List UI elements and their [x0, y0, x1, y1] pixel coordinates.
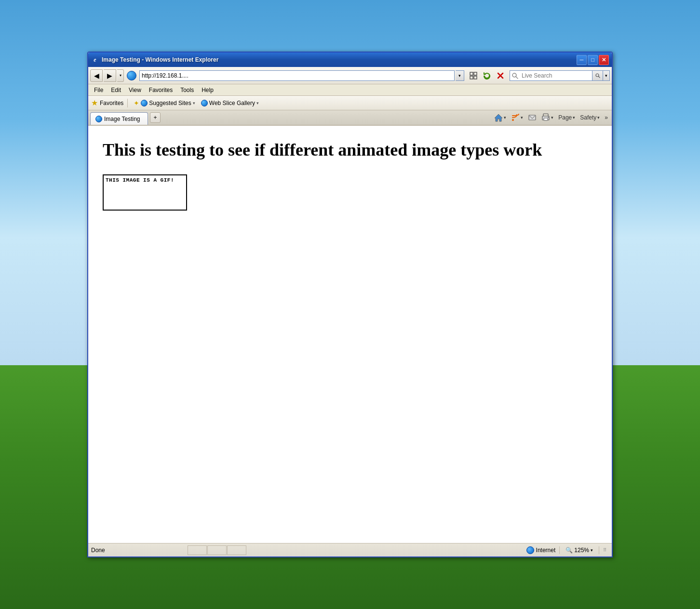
gif-image: THIS IMAGE IS A GIF!: [103, 174, 187, 211]
minimize-button[interactable]: ─: [577, 55, 587, 65]
new-tab-button[interactable]: +: [150, 112, 161, 123]
internet-globe-icon: [526, 546, 534, 554]
internet-label: Internet: [536, 547, 556, 554]
print-button[interactable]: ▾: [539, 112, 555, 123]
navigation-bar: ◀ ▶ ▾ ▾: [88, 67, 612, 84]
menu-bar: File Edit View Favorites Tools Help: [88, 84, 612, 96]
resize-grip: ⠿: [603, 547, 609, 553]
favorites-star-icon: ★: [91, 98, 98, 107]
svg-rect-1: [474, 72, 477, 75]
menu-edit[interactable]: Edit: [107, 86, 125, 94]
web-slice-icon: [201, 100, 208, 106]
feeds-button[interactable]: ▾: [509, 112, 525, 123]
back-button[interactable]: ◀: [90, 69, 103, 82]
suggested-sites-label: Suggested Sites: [149, 100, 191, 106]
tab-image-testing[interactable]: Image Testing: [90, 112, 148, 125]
menu-favorites[interactable]: Favorites: [145, 86, 176, 94]
svg-point-16: [548, 117, 549, 118]
search-icon: [512, 72, 518, 79]
menu-tools[interactable]: Tools: [176, 86, 198, 94]
svg-rect-0: [470, 72, 473, 75]
status-right: Internet 🔍 125% ▾ ⠿: [526, 546, 609, 554]
feeds-dropdown[interactable]: ▾: [521, 115, 523, 120]
ie-title-icon: e: [91, 56, 99, 64]
title-bar-left: e Image Testing - Windows Internet Explo…: [91, 56, 218, 64]
print-dropdown[interactable]: ▾: [551, 115, 553, 120]
nav-icons: [467, 69, 507, 82]
more-tools-button[interactable]: »: [603, 113, 610, 122]
suggested-sites-item[interactable]: ✦ Suggested Sites ▾: [132, 98, 197, 108]
nav-history-dropdown[interactable]: ▾: [117, 69, 124, 82]
favorites-label[interactable]: Favorites: [100, 100, 123, 106]
status-seg-3: [227, 545, 246, 555]
suggested-sites-dropdown-icon[interactable]: ▾: [193, 101, 195, 106]
safety-dropdown-icon[interactable]: ▾: [597, 115, 600, 120]
status-segments: [188, 545, 526, 555]
web-slice-gallery-item[interactable]: Web Slice Gallery ▾: [199, 99, 261, 107]
browser-window: e Image Testing - Windows Internet Explo…: [87, 52, 613, 557]
web-slice-gallery-label: Web Slice Gallery: [209, 100, 255, 106]
status-sep-2: [599, 546, 599, 554]
maximize-button[interactable]: □: [588, 55, 598, 65]
web-slice-dropdown-icon[interactable]: ▾: [256, 101, 259, 106]
stop-button[interactable]: [494, 69, 507, 82]
page-heading: This is testing to see if different anim…: [103, 140, 597, 160]
window-title: Image Testing - Windows Internet Explore…: [102, 56, 218, 63]
page-label: Page: [558, 114, 572, 121]
svg-rect-3: [474, 76, 477, 79]
status-text: Done: [91, 547, 188, 554]
favorites-bar: ★ Favorites ✦ Suggested Sites ▾ Web Slic…: [88, 96, 612, 110]
tab-favicon: [95, 116, 102, 122]
tab-bar: Image Testing + ▾ ▾: [88, 110, 612, 126]
suggested-sites-icon: [141, 100, 148, 106]
zoom-icon: 🔍: [565, 547, 573, 554]
ie-logo: [127, 71, 136, 80]
forward-button[interactable]: ▶: [104, 69, 116, 82]
search-input[interactable]: [520, 71, 592, 80]
status-sep-1: [559, 546, 560, 554]
svg-rect-15: [544, 118, 548, 120]
more-tools-label: »: [605, 114, 608, 121]
internet-status: Internet: [526, 546, 556, 554]
status-seg-1: [188, 545, 207, 555]
safety-label: Safety: [580, 114, 596, 121]
content-area: This is testing to see if different anim…: [88, 126, 612, 543]
search-button[interactable]: [592, 70, 603, 81]
menu-file[interactable]: File: [90, 86, 107, 94]
address-bar[interactable]: [139, 70, 455, 81]
svg-point-11: [512, 119, 514, 121]
zoom-level: 125%: [574, 547, 589, 554]
favorites-separator: [127, 99, 128, 107]
window-controls: ─ □ ✕: [577, 55, 609, 65]
svg-line-7: [516, 77, 518, 79]
tab-label: Image Testing: [104, 116, 140, 122]
svg-rect-2: [470, 76, 473, 79]
page-menu[interactable]: Page ▾: [556, 113, 577, 122]
status-seg-2: [207, 545, 227, 555]
title-bar: e Image Testing - Windows Internet Explo…: [88, 53, 612, 67]
page-dropdown-icon[interactable]: ▾: [573, 115, 575, 120]
search-dropdown[interactable]: ▾: [603, 70, 610, 81]
menu-view[interactable]: View: [125, 86, 145, 94]
quick-tabs-button[interactable]: [467, 69, 480, 82]
address-dropdown[interactable]: ▾: [456, 70, 464, 81]
home-dropdown[interactable]: ▾: [504, 115, 506, 120]
svg-line-9: [598, 76, 600, 78]
zoom-control[interactable]: 🔍 125% ▾: [564, 547, 595, 554]
tab-toolbar: ▾ ▾: [492, 112, 610, 125]
home-button[interactable]: ▾: [492, 112, 508, 123]
menu-help[interactable]: Help: [198, 86, 217, 94]
search-bar: ▾: [510, 70, 610, 81]
mail-button[interactable]: [526, 112, 538, 123]
svg-marker-10: [495, 114, 502, 121]
safety-menu[interactable]: Safety ▾: [578, 113, 602, 122]
zoom-dropdown[interactable]: ▾: [591, 548, 593, 553]
refresh-button[interactable]: [481, 69, 493, 82]
status-bar: Done Internet 🔍 125% ▾ ⠿: [88, 543, 612, 556]
close-button[interactable]: ✕: [599, 55, 609, 65]
suggested-sites-star-icon: ✦: [134, 99, 139, 107]
